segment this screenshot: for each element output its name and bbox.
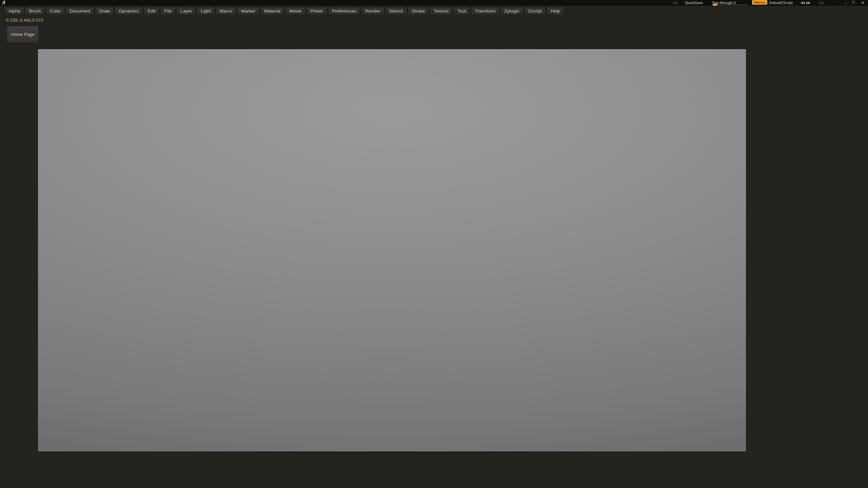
- see-through-slider[interactable]: See-through 0: [712, 1, 748, 5]
- menu-light[interactable]: Light: [197, 7, 214, 15]
- menu-texture[interactable]: Texture: [430, 7, 452, 15]
- menu-material[interactable]: Material: [260, 7, 284, 15]
- menu-layer[interactable]: Layer: [177, 7, 196, 15]
- menu-transform[interactable]: Transform: [471, 7, 499, 15]
- home-page-button[interactable]: Home Page: [7, 26, 39, 43]
- divider-arrows-icon[interactable]: ◂▮▮ ▮▮▸: [800, 1, 814, 4]
- menu-bar: AlphaBrushColorDocumentDrawDynamicsEditF…: [5, 7, 565, 16]
- menu-file[interactable]: File: [161, 7, 176, 15]
- menu-stroke[interactable]: Stroke: [408, 7, 429, 15]
- menu-help[interactable]: Help: [547, 7, 564, 15]
- cursor-coordinates: -0.159,-0.443,0.072: [5, 18, 43, 23]
- menu-zscript[interactable]: Zscript: [525, 7, 546, 15]
- zbrush-app: ACQuickSaveSee-through 0MenusDefaultZScr…: [0, 0, 868, 488]
- menus-button[interactable]: Menus: [752, 0, 767, 5]
- menu-brush[interactable]: Brush: [25, 7, 45, 15]
- default-zscript-button[interactable]: DefaultZScript: [769, 1, 793, 5]
- menu-stencil[interactable]: Stencil: [386, 7, 407, 15]
- ac-label: AC: [673, 1, 678, 5]
- menu-preferences[interactable]: Preferences: [328, 7, 360, 15]
- see-through-handle[interactable]: [713, 4, 717, 6]
- title-bar: ACQuickSaveSee-through 0MenusDefaultZScr…: [0, 0, 868, 6]
- menu-macro[interactable]: Macro: [216, 7, 236, 15]
- menu-draw[interactable]: Draw: [96, 7, 114, 15]
- menu-dynamics[interactable]: Dynamics: [115, 7, 142, 15]
- menu-render[interactable]: Render: [361, 7, 384, 15]
- menu-tool[interactable]: Tool: [454, 7, 470, 15]
- window-layers-icon[interactable]: ❏❏: [819, 1, 829, 4]
- zbrush-logo-icon: [1, 0, 6, 5]
- menu-picker[interactable]: Picker: [307, 7, 327, 15]
- viewport-canvas[interactable]: [38, 49, 746, 451]
- close-icon[interactable]: ✕: [861, 1, 864, 5]
- minimize-icon[interactable]: ⌄: [844, 1, 847, 4]
- menu-zplugin[interactable]: Zplugin: [500, 7, 523, 15]
- menu-color[interactable]: Color: [46, 7, 64, 15]
- menu-alpha[interactable]: Alpha: [5, 7, 24, 15]
- quicksave-button[interactable]: QuickSave: [685, 1, 703, 5]
- menu-document[interactable]: Document: [66, 7, 94, 15]
- menu-marker[interactable]: Marker: [237, 7, 259, 15]
- restore-icon[interactable]: ❐: [852, 1, 855, 4]
- menu-movie[interactable]: Movie: [285, 7, 305, 15]
- menu-edit[interactable]: Edit: [144, 7, 159, 15]
